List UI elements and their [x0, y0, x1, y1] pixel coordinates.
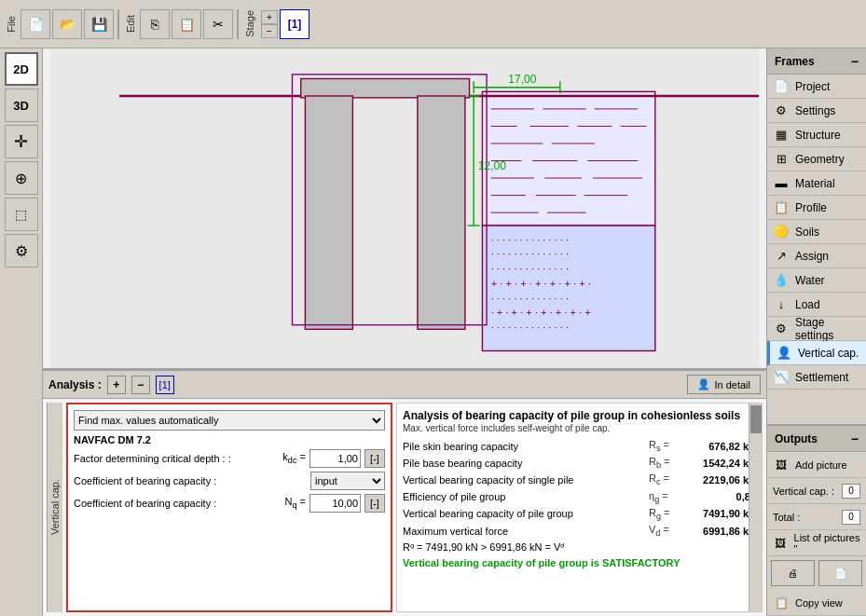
result-row-group: Vertical bearing capacity of pile group … [403, 507, 756, 521]
stage-settings-icon: ⚙ [773, 321, 790, 337]
total-label: Total : [773, 512, 800, 523]
list-pictures-icon: 🖼 [773, 535, 789, 552]
sep1 [117, 9, 119, 39]
sidebar-label-assign: Assign [795, 250, 829, 263]
in-detail-button[interactable]: 👤 In detail [687, 375, 761, 394]
list-pictures-label: List of pictures " [794, 532, 860, 554]
method-dropdown-row: Find max. values automatically [74, 410, 385, 431]
sidebar-item-profile[interactable]: 📋 Profile [767, 196, 866, 220]
satisfactory-text: Vertical bearing capacity of pile group … [403, 557, 756, 568]
frames-minimize-button[interactable]: − [851, 54, 859, 69]
stage-minus-button[interactable]: − [261, 24, 278, 38]
analysis-number-badge[interactable]: [1] [156, 376, 174, 394]
add-picture-button[interactable]: 🖼 Add picture [767, 452, 866, 478]
result-row-maxforce: Maximum vertical force Vd = 6991,86 kN [403, 524, 756, 538]
sidebar-item-stage-settings[interactable]: ⚙ Stage settings [767, 317, 866, 341]
sidebar-item-settlement[interactable]: 📉 Settlement [767, 365, 866, 390]
drawing-canvas: · · · · · · · · · · · · · · · · · · · · … [43, 48, 766, 368]
add-picture-label: Add picture [795, 459, 847, 471]
vertical-cap-count: 0 [842, 484, 860, 499]
factor-bracket[interactable]: [-] [364, 449, 385, 468]
sidebar-item-assign[interactable]: ↗ Assign [767, 244, 866, 268]
svg-rect-1 [482, 91, 654, 226]
sidebar-item-settings[interactable]: ⚙ Settings [767, 99, 866, 123]
scroll-thumb[interactable] [750, 405, 762, 433]
sidebar-item-project[interactable]: 📄 Project [767, 75, 866, 99]
open-button[interactable]: 📂 [52, 9, 82, 39]
sidebar-item-soils[interactable]: 🟡 Soils [767, 220, 866, 244]
geometry-icon: ⊞ [773, 151, 790, 168]
structure-icon: ▦ [773, 127, 790, 144]
outputs-header: Outputs − [767, 426, 866, 452]
stage-plus-button[interactable]: + [261, 10, 278, 24]
coeff2-bracket[interactable]: [-] [364, 494, 385, 513]
factor-row: Factor determining critical depth : : kd… [74, 449, 385, 468]
new-file-button[interactable]: 📄 [21, 9, 50, 39]
add-analysis-button[interactable]: + [107, 376, 126, 394]
copy-view-label: Copy view [795, 597, 843, 609]
svg-text:· · · · · · · · · · · · · ·: · · · · · · · · · · · · · · [491, 248, 569, 259]
3d-view-button[interactable]: 3D [5, 89, 38, 122]
factor-label: Factor determining critical depth : : [74, 453, 255, 464]
profile-icon: 📋 [773, 199, 790, 216]
paste-button[interactable]: 📋 [172, 9, 201, 39]
svg-text:+ · + · + · + · + · + · + ·: + · + · + · + · + · + · + · [491, 278, 591, 289]
stage-number[interactable]: [1] [280, 9, 309, 39]
sidebar-label-stage-settings: Stage settings [795, 316, 860, 342]
in-detail-icon: 👤 [697, 378, 710, 390]
results-table: Pile skin bearing capacity Rs = 676,82 k… [403, 439, 756, 538]
sidebar-label-soils: Soils [795, 226, 819, 239]
preview-button[interactable]: 📄 [818, 560, 862, 586]
svg-text:17,00: 17,00 [508, 73, 536, 86]
sidebar-item-vertical-cap[interactable]: 👤 Vertical cap. [767, 341, 866, 365]
coeff2-label: Coefficient of bearing capacity : [74, 498, 255, 509]
2d-view-button[interactable]: 2D [5, 52, 38, 86]
right-sidebar: Frames − 📄 Project ⚙ Settings ▦ Structur… [766, 48, 866, 616]
print-icon: 🖨 [788, 568, 798, 579]
bottom-panel: Analysis : + − [1] 👤 In detail Vertical … [43, 369, 766, 616]
sidebar-label-load: Load [795, 298, 820, 311]
sidebar-label-vertical-cap: Vertical cap. [798, 347, 859, 360]
region-zoom-button[interactable]: ⬚ [5, 198, 38, 231]
save-button[interactable]: 💾 [84, 9, 114, 39]
print-button[interactable]: 🖨 [771, 560, 815, 586]
total-count: 0 [842, 510, 860, 525]
file-label: File [4, 14, 19, 34]
settings-icon: ⚙ [773, 103, 790, 119]
coeff1-row: Coefficient of bearing capacity : input [74, 472, 385, 490]
soils-icon: 🟡 [773, 224, 790, 240]
analysis-results: Analysis of bearing capacity of pile gro… [396, 403, 763, 612]
move-button[interactable]: ✛ [5, 125, 38, 158]
coeff1-dropdown[interactable]: input [310, 472, 385, 490]
zoom-button[interactable]: ⊕ [5, 161, 38, 195]
sidebar-label-material: Material [795, 177, 835, 190]
check-text: Rᵍ = 7491,90 kN > 6991,86 kN = Vᵈ [403, 541, 756, 554]
sidebar-item-structure[interactable]: ▦ Structure [767, 123, 866, 147]
preview-icon: 📄 [834, 568, 847, 580]
sidebar-item-material[interactable]: ▬ Material [767, 171, 866, 196]
settings-button[interactable]: ⚙ [5, 234, 38, 267]
load-icon: ↓ [773, 296, 790, 313]
list-pictures-button[interactable]: 🖼 List of pictures " [767, 530, 866, 556]
sidebar-item-water[interactable]: 💧 Water [767, 268, 866, 293]
svg-rect-32 [301, 78, 470, 97]
svg-text:· · · · · · · · · · · · · ·: · · · · · · · · · · · · · · [491, 234, 569, 245]
svg-text:· + · + · + · + · + · + · +: · + · + · + · + · + · + · + [491, 307, 591, 318]
stage-label: Stage [242, 8, 257, 39]
material-icon: ▬ [773, 175, 790, 192]
cut-button[interactable]: ✂ [203, 9, 233, 39]
results-scrollbar[interactable] [749, 404, 762, 611]
remove-analysis-button[interactable]: − [131, 376, 150, 394]
method-dropdown[interactable]: Find max. values automatically [74, 410, 385, 431]
sidebar-item-geometry[interactable]: ⊞ Geometry [767, 147, 866, 171]
copy-button[interactable]: ⎘ [140, 9, 170, 39]
outputs-minimize-button[interactable]: − [851, 431, 859, 446]
sidebar-item-load[interactable]: ↓ Load [767, 293, 866, 317]
coeff2-row: Coefficient of bearing capacity : Nq = [… [74, 494, 385, 513]
coeff1-label: Coefficient of bearing capacity : [74, 475, 307, 486]
canvas-area[interactable]: · · · · · · · · · · · · · · · · · · · · … [43, 48, 766, 369]
copy-view-button[interactable]: 📋 Copy view [767, 590, 866, 616]
coeff2-input[interactable] [309, 494, 361, 513]
factor-input[interactable] [309, 449, 361, 468]
result-row-efficiency: Efficiency of pile group ηg = 0,84 [403, 490, 756, 504]
